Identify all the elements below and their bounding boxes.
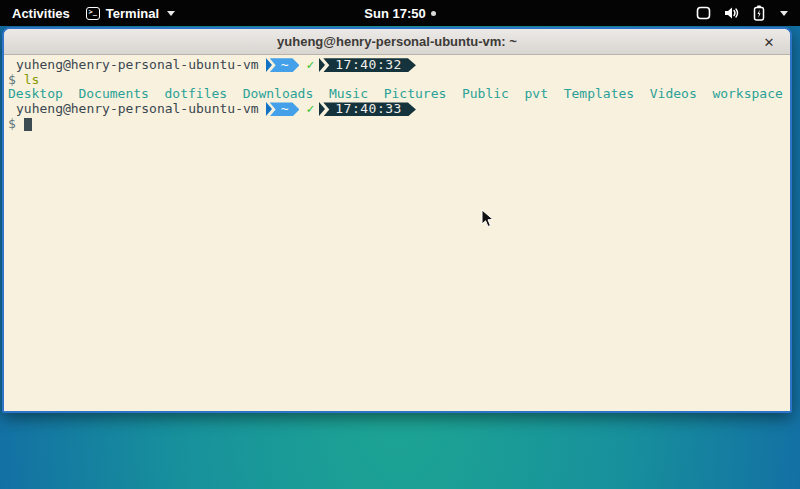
clock[interactable]: Sun 17:50 [364,6,425,21]
dir-item: Public [462,87,509,102]
powerline-arrow-icon [266,58,272,72]
terminal-app-icon: >_ [86,7,100,20]
display-icon[interactable] [696,6,711,20]
input-line[interactable]: $ [8,117,786,132]
activities-button[interactable]: Activities [12,6,70,21]
prompt-timestamp: 17:40:33 [323,102,416,116]
system-menu-chevron-icon[interactable] [780,11,788,16]
top-bar: Activities >_ Terminal Sun 17:50 [0,0,800,26]
dir-item: Music [329,87,368,102]
prompt-line: yuheng@henry-personal-ubuntu-vm ~ ✓ 17:4… [8,58,786,73]
terminal-content[interactable]: yuheng@henry-personal-ubuntu-vm ~ ✓ 17:4… [4,55,790,411]
terminal-window: yuheng@henry-personal-ubuntu-vm: ~ ✕ yuh… [2,27,792,413]
dir-item: Downloads [243,87,313,102]
dir-item: workspace [712,87,782,102]
battery-charging-icon[interactable] [753,5,765,21]
prompt-timestamp: 17:40:32 [323,58,416,72]
prompt-user-host: yuheng@henry-personal-ubuntu-vm [8,58,259,73]
prompt-status-check-icon: ✓ [306,58,314,73]
window-title: yuheng@henry-personal-ubuntu-vm: ~ [277,34,517,49]
close-icon[interactable]: ✕ [758,29,780,55]
powerline-arrow-icon [319,102,325,116]
ls-output-line: Desktop Documents dotfiles Downloads Mus… [8,87,786,102]
prompt-dollar: $ [8,117,16,132]
dir-item: Desktop [8,87,63,102]
text-cursor [24,118,32,131]
notification-dot-icon [431,11,436,16]
title-bar[interactable]: yuheng@henry-personal-ubuntu-vm: ~ ✕ [4,29,790,55]
prompt-status-check-icon: ✓ [306,102,314,117]
dir-item: pvt [525,87,548,102]
dir-item: Videos [650,87,697,102]
prompt-user-host: yuheng@henry-personal-ubuntu-vm [8,102,259,117]
prompt-line: yuheng@henry-personal-ubuntu-vm ~ ✓ 17:4… [8,102,786,117]
powerline-arrow-icon [319,58,325,72]
app-menu[interactable]: >_ Terminal [86,6,175,21]
dir-item: Pictures [384,87,447,102]
prompt-path-segment: ~ [270,102,300,116]
dir-item: Templates [564,87,634,102]
app-menu-label: Terminal [106,6,159,21]
prompt-path-segment: ~ [270,58,300,72]
volume-icon[interactable] [724,6,740,20]
command-line: $ ls [8,73,786,88]
powerline-arrow-icon [266,102,272,116]
prompt-dollar: $ [8,73,16,88]
command-text: ls [24,73,40,88]
dir-item: Documents [78,87,148,102]
dir-item: dotfiles [165,87,228,102]
app-menu-caret-icon [167,11,175,16]
